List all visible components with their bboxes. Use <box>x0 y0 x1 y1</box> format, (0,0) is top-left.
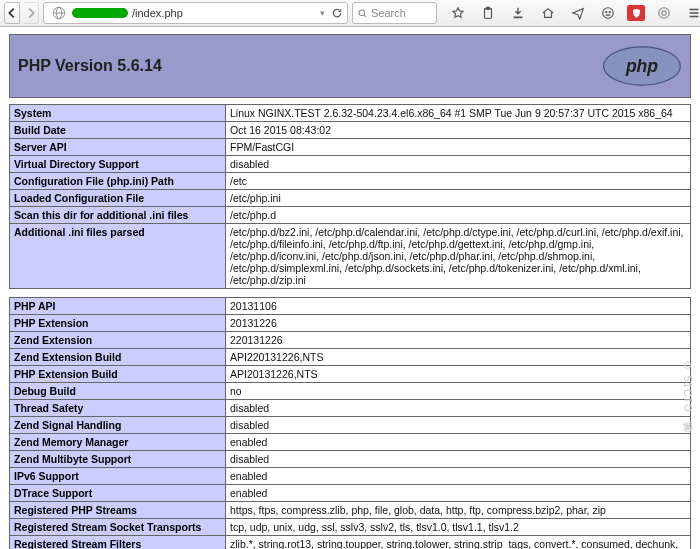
info-key: Debug Build <box>10 383 226 400</box>
table-row: Zend Multibyte Supportdisabled <box>10 451 691 468</box>
info-table-2: PHP API20131106PHP Extension20131226Zend… <box>9 297 691 549</box>
send-icon[interactable] <box>567 2 589 24</box>
table-row: Registered Stream Filterszlib.*, string.… <box>10 536 691 550</box>
info-value: tcp, udp, unix, udg, ssl, sslv3, sslv2, … <box>226 519 691 536</box>
info-value: Linux NGINX.TEST 2.6.32-504.23.4.el6.x86… <box>226 105 691 122</box>
svg-point-8 <box>603 8 614 19</box>
info-key: Zend Signal Handling <box>10 417 226 434</box>
svg-rect-5 <box>485 9 492 19</box>
face-icon[interactable] <box>597 2 619 24</box>
table-row: Debug Buildno <box>10 383 691 400</box>
table-row: Additional .ini files parsed/etc/php.d/b… <box>10 224 691 289</box>
info-value: no <box>226 383 691 400</box>
svg-point-10 <box>609 12 610 13</box>
url-text: /index.php <box>132 7 183 19</box>
search-bar[interactable]: Search <box>352 2 437 24</box>
table-row: Zend Extension BuildAPI220131226,NTS <box>10 349 691 366</box>
info-value: zlib.*, string.rot13, string.toupper, st… <box>226 536 691 550</box>
table-row: Scan this dir for additional .ini files/… <box>10 207 691 224</box>
info-key: Virtual Directory Support <box>10 156 226 173</box>
download-icon[interactable] <box>507 2 529 24</box>
page-scroll[interactable]: PHP Version 5.6.14 php SystemLinux NGINX… <box>0 27 700 549</box>
info-key: Zend Extension Build <box>10 349 226 366</box>
svg-point-11 <box>659 8 670 19</box>
info-value: disabled <box>226 417 691 434</box>
info-value: disabled <box>226 400 691 417</box>
svg-rect-7 <box>514 17 523 19</box>
info-key: Server API <box>10 139 226 156</box>
info-key: PHP API <box>10 298 226 315</box>
table-row: Loaded Configuration File/etc/php.ini <box>10 190 691 207</box>
globe-icon <box>52 6 66 20</box>
dropdown-icon[interactable]: ▾ <box>320 8 325 18</box>
table-row: Registered Stream Socket Transportstcp, … <box>10 519 691 536</box>
info-key: Zend Memory Manager <box>10 434 226 451</box>
search-icon <box>357 8 368 19</box>
url-redacted <box>72 8 128 18</box>
table-row: Zend Signal Handlingdisabled <box>10 417 691 434</box>
info-value: 20131226 <box>226 315 691 332</box>
svg-line-4 <box>364 14 366 16</box>
info-value: /etc/php.ini <box>226 190 691 207</box>
table-row: DTrace Supportenabled <box>10 485 691 502</box>
info-value: disabled <box>226 156 691 173</box>
info-key: Registered Stream Filters <box>10 536 226 550</box>
header-box: PHP Version 5.6.14 php <box>9 34 691 98</box>
table-row: PHP Extension20131226 <box>10 315 691 332</box>
svg-point-9 <box>606 12 607 13</box>
info-value: /etc <box>226 173 691 190</box>
info-value: enabled <box>226 434 691 451</box>
table-row: Registered PHP Streamshttps, ftps, compr… <box>10 502 691 519</box>
svg-point-12 <box>662 11 666 15</box>
table-row: PHP API20131106 <box>10 298 691 315</box>
info-key: Scan this dir for additional .ini files <box>10 207 226 224</box>
info-value: API20131226,NTS <box>226 366 691 383</box>
info-key: DTrace Support <box>10 485 226 502</box>
php-logo: php <box>602 45 682 87</box>
table-row: SystemLinux NGINX.TEST 2.6.32-504.23.4.e… <box>10 105 691 122</box>
info-key: IPv6 Support <box>10 468 226 485</box>
info-key: Thread Safety <box>10 400 226 417</box>
table-row: PHP Extension BuildAPI20131226,NTS <box>10 366 691 383</box>
info-value: FPM/FastCGI <box>226 139 691 156</box>
info-key: Zend Extension <box>10 332 226 349</box>
url-bar[interactable]: /index.php ▾ <box>43 2 348 24</box>
adblock-icon[interactable] <box>627 5 645 21</box>
reload-button[interactable] <box>331 7 343 19</box>
info-key: Additional .ini files parsed <box>10 224 226 289</box>
menu-icon[interactable] <box>683 2 700 24</box>
info-value: Oct 16 2015 08:43:02 <box>226 122 691 139</box>
info-key: Configuration File (php.ini) Path <box>10 173 226 190</box>
table-row: Thread Safetydisabled <box>10 400 691 417</box>
info-key: PHP Extension <box>10 315 226 332</box>
table-row: Zend Memory Managerenabled <box>10 434 691 451</box>
info-key: Build Date <box>10 122 226 139</box>
browser-toolbar: /index.php ▾ Search <box>0 0 700 27</box>
info-key: Loaded Configuration File <box>10 190 226 207</box>
info-table-1: SystemLinux NGINX.TEST 2.6.32-504.23.4.e… <box>9 104 691 289</box>
back-button[interactable] <box>4 2 20 24</box>
svg-text:php: php <box>625 56 658 76</box>
forward-button[interactable] <box>24 2 39 24</box>
table-row: Configuration File (php.ini) Path/etc <box>10 173 691 190</box>
table-row: Virtual Directory Supportdisabled <box>10 156 691 173</box>
info-key: PHP Extension Build <box>10 366 226 383</box>
info-key: Registered Stream Socket Transports <box>10 519 226 536</box>
info-key: Zend Multibyte Support <box>10 451 226 468</box>
watermark: © 51CTO博客 <box>680 360 694 415</box>
info-value: https, ftps, compress.zlib, php, file, g… <box>226 502 691 519</box>
bookmark-icon[interactable] <box>447 2 469 24</box>
table-row: Zend Extension220131226 <box>10 332 691 349</box>
clipboard-icon[interactable] <box>477 2 499 24</box>
info-value: /etc/php.d <box>226 207 691 224</box>
addon-icon[interactable] <box>653 2 675 24</box>
info-value: API220131226,NTS <box>226 349 691 366</box>
page-title: PHP Version 5.6.14 <box>18 57 162 75</box>
home-icon[interactable] <box>537 2 559 24</box>
table-row: Build DateOct 16 2015 08:43:02 <box>10 122 691 139</box>
info-value: 20131106 <box>226 298 691 315</box>
info-value: disabled <box>226 451 691 468</box>
phpinfo-content: PHP Version 5.6.14 php SystemLinux NGINX… <box>4 27 696 549</box>
info-value: /etc/php.d/bz2.ini, /etc/php.d/calendar.… <box>226 224 691 289</box>
table-row: Server APIFPM/FastCGI <box>10 139 691 156</box>
